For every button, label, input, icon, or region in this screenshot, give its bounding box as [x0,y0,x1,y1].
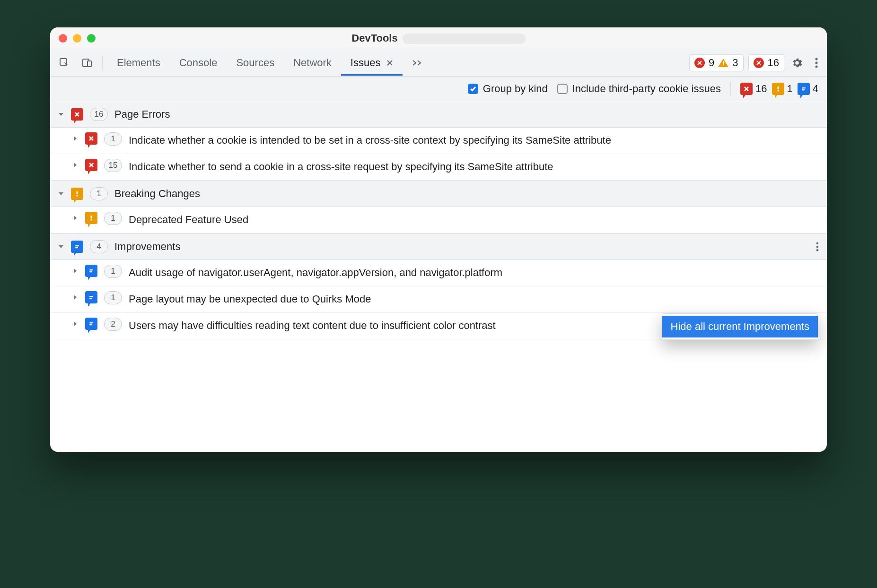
error-bubble-icon [740,83,753,95]
svg-rect-15 [75,247,78,248]
zoom-window-icon[interactable] [87,34,96,43]
chevron-down-icon [58,111,64,118]
context-menu-hide-all[interactable]: Hide all current Improvements [662,316,818,337]
settings-icon[interactable] [786,54,808,72]
tab-issues[interactable]: Issues [341,50,403,76]
close-window-icon[interactable] [59,34,67,43]
status-errors: 9 [709,57,714,69]
error-bubble-icon [71,108,83,121]
tab-console[interactable]: Console [170,50,227,76]
chevron-right-icon [72,135,79,142]
issue-count: 1 [104,212,122,225]
status-pill-right[interactable]: 16 [748,54,784,71]
svg-point-4 [816,61,818,64]
tab-sources[interactable]: Sources [227,50,284,76]
status-warnings: 3 [732,57,738,69]
svg-rect-23 [89,322,93,323]
info-bubble-icon [71,241,83,253]
chevron-right-icon [72,215,79,221]
svg-rect-24 [89,324,92,325]
issue-row[interactable]: 15 Indicate whether to send a cookie in … [50,154,827,181]
inspect-element-icon[interactable] [54,54,75,71]
close-tab-icon[interactable] [386,57,393,69]
issue-kind-counts: 16 1 4 [740,83,818,95]
tab-overflow-icon[interactable] [403,50,432,76]
panel-tabs: Elements Console Sources Network Issues [107,50,432,76]
count-warnings[interactable]: 1 [772,83,793,95]
count-info[interactable]: 4 [798,83,818,95]
issue-text: Page layout may be unexpected due to Qui… [129,291,819,306]
svg-rect-9 [802,89,805,90]
info-bubble-icon [798,83,810,95]
issues-tree: 16 Page Errors 1 Indicate whether a cook… [50,101,827,452]
error-icon [694,58,705,68]
title-redacted [403,34,526,44]
count-errors[interactable]: 16 [740,83,767,95]
error-icon [754,58,764,68]
issue-count: 15 [104,159,122,172]
group-title: Breaking Changes [114,188,200,200]
svg-rect-6 [777,86,779,89]
group-by-kind-checkbox[interactable]: Group by kind [468,83,548,95]
device-toggle-icon[interactable] [77,54,97,71]
error-bubble-icon [85,132,97,145]
group-page-errors[interactable]: 16 Page Errors [50,101,827,128]
svg-point-16 [816,242,819,244]
tab-elements[interactable]: Elements [107,50,170,76]
issue-row[interactable]: 1 Indicate whether a cookie is intended … [50,128,827,154]
group-count: 4 [90,240,108,253]
filterbar-divider [730,82,731,96]
checkbox-unchecked-icon [557,84,568,94]
minimize-window-icon[interactable] [73,34,81,43]
tab-network[interactable]: Network [284,50,341,76]
svg-point-7 [777,90,779,91]
svg-rect-19 [89,269,93,270]
chevron-right-icon [72,294,79,301]
info-bubble-icon [85,318,97,330]
svg-rect-22 [89,298,92,299]
issue-text: Indicate whether to send a cookie in a c… [129,159,819,174]
svg-rect-20 [89,271,92,272]
group-breaking-changes[interactable]: 1 Breaking Changes [50,181,827,207]
group-count: 1 [90,187,108,200]
include-third-party-label: Include third-party cookie issues [572,83,721,95]
svg-point-3 [816,58,818,60]
issue-count: 2 [104,318,122,331]
svg-point-5 [816,65,818,68]
issue-row[interactable]: 1 Deprecated Feature Used [50,207,827,233]
issue-text: Indicate whether a cookie is intended to… [129,132,819,147]
issue-row[interactable]: 1 Audit usage of navigator.userAgent, na… [50,260,827,286]
chevron-right-icon [72,268,79,274]
devtools-toolbar: Elements Console Sources Network Issues [50,49,827,77]
info-bubble-icon [85,265,97,277]
group-by-kind-label: Group by kind [483,83,548,95]
group-kebab-icon[interactable] [816,242,819,252]
warning-bubble-icon [85,212,97,224]
error-bubble-icon [85,159,97,171]
issue-count: 1 [104,265,122,278]
titlebar: DevTools [50,27,827,49]
issues-filterbar: Group by kind Include third-party cookie… [50,77,827,101]
group-improvements[interactable]: 4 Improvements [50,233,827,260]
svg-point-17 [816,246,819,248]
svg-rect-12 [91,216,92,218]
svg-rect-21 [89,296,93,297]
chevron-down-icon [58,243,64,250]
kebab-menu-icon[interactable] [810,54,823,71]
status-pill-left[interactable]: 9 3 [689,54,744,71]
svg-point-18 [816,249,819,251]
svg-rect-10 [77,191,78,194]
issue-text: Deprecated Feature Used [129,212,819,227]
svg-rect-8 [802,87,806,88]
include-third-party-checkbox[interactable]: Include third-party cookie issues [557,83,721,95]
group-title: Improvements [114,241,180,253]
window-title-text: DevTools [351,32,397,44]
window-title: DevTools [50,32,827,44]
tab-issues-label: Issues [351,57,381,69]
warning-icon [718,59,728,67]
info-bubble-icon [85,291,97,303]
issue-row[interactable]: 1 Page layout may be unexpected due to Q… [50,286,827,313]
status-errors-2: 16 [768,57,779,69]
svg-rect-14 [75,245,79,246]
warning-bubble-icon [772,83,784,95]
